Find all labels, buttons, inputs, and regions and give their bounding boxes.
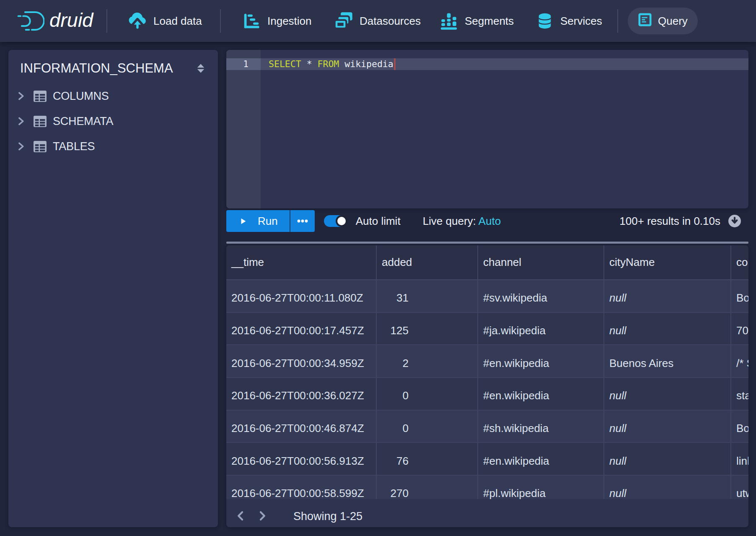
cell-channel: #sh.wikipedia	[478, 411, 604, 442]
nav-item-label: Datasources	[360, 15, 421, 28]
run-button[interactable]: Run	[226, 210, 290, 232]
pagination-bar: Showing 1-25	[226, 499, 748, 527]
cell-time: 2016-06-27T00:00:56.913Z	[226, 443, 377, 475]
auto-limit-toggle[interactable]	[324, 215, 347, 227]
nav-item-query[interactable]: Query	[628, 8, 698, 34]
cell-added: 76	[377, 443, 478, 475]
cloud-upload-icon	[128, 11, 147, 31]
results-header-row: __time added channel cityName comment	[226, 245, 748, 280]
cell-channel: #en.wikipedia	[478, 378, 604, 410]
next-page-button[interactable]	[253, 503, 272, 528]
cell-added: 0	[377, 411, 478, 442]
live-query-value[interactable]: Auto	[479, 215, 501, 227]
run-bar: Run Auto limit Live query: Auto 100+ res…	[226, 210, 748, 232]
tree-item-schemata[interactable]: SCHEMATA	[8, 109, 218, 134]
pagination-info: Showing 1-25	[293, 510, 362, 523]
cell-channel: #en.wikipedia	[478, 345, 604, 377]
run-split-button: Run	[226, 210, 315, 232]
table-row[interactable]: 2016-06-27T00:00:17.457Z 125 #ja.wikiped…	[226, 313, 748, 346]
nav-divider	[220, 9, 221, 33]
cell-cityname: null	[604, 280, 731, 312]
tree-item-label: TABLES	[53, 140, 95, 153]
tree-item-label: SCHEMATA	[53, 115, 113, 128]
gantt-chart-icon	[242, 11, 261, 31]
live-query-label: Live query: Auto	[423, 215, 501, 228]
cell-cityname: null	[604, 443, 731, 475]
schema-selector[interactable]: INFORMATION_SCHEMA	[20, 61, 207, 76]
druid-logo-icon	[17, 11, 44, 31]
chevron-right-icon	[16, 141, 26, 151]
cell-channel: #ja.wikipedia	[478, 313, 604, 345]
cell-comment: Botskapande Indonesien omdirigering	[731, 280, 748, 312]
download-icon[interactable]	[728, 214, 741, 228]
table-icon	[33, 90, 47, 102]
nav-item-ingestion[interactable]: Ingestion	[230, 0, 324, 42]
sql-keyword: SELECT	[269, 59, 301, 69]
tree-item-tables[interactable]: TABLES	[8, 134, 218, 159]
cell-comment: linkfix using AWB	[731, 443, 748, 475]
column-header-cityname[interactable]: cityName	[604, 245, 731, 279]
table-row[interactable]: 2016-06-27T00:00:46.874Z 0 #sh.wikipedia…	[226, 411, 748, 443]
column-header-comment[interactable]: comment	[731, 245, 748, 279]
chevron-right-icon	[16, 116, 26, 126]
sql-text[interactable]: SELECT * FROM wikipedia	[269, 58, 396, 70]
panel-resize-handle[interactable]	[226, 242, 748, 244]
brand-text: druid	[49, 8, 93, 31]
results-info: 100+ results in 0.10s	[619, 215, 720, 228]
application-icon	[638, 13, 652, 30]
cell-channel: #en.wikipedia	[478, 443, 604, 475]
nav-item-label: Ingestion	[267, 15, 312, 28]
cell-time: 2016-06-27T00:00:11.080Z	[226, 280, 377, 312]
editor-cursor	[394, 58, 396, 70]
database-icon	[536, 12, 554, 30]
navbar: druid Load data Ingestion	[0, 0, 756, 42]
cell-cityname: null	[604, 411, 731, 442]
chevron-right-icon	[16, 91, 26, 101]
cell-channel: #sv.wikipedia	[478, 280, 604, 312]
cell-comment: 703系電車の編集	[731, 313, 748, 345]
column-header-added[interactable]: added	[377, 245, 478, 279]
table-row[interactable]: 2016-06-27T00:00:34.959Z 2 #en.wikipedia…	[226, 345, 748, 378]
run-bar-right: 100+ results in 0.10s	[619, 214, 748, 228]
nav-item-label: Load data	[153, 15, 202, 28]
druid-brand[interactable]: druid	[17, 0, 93, 42]
table-row[interactable]: 2016-06-27T00:00:36.027Z 0 #en.wikipedia…	[226, 378, 748, 411]
editor-gutter	[226, 50, 261, 208]
nav-item-label: Segments	[465, 15, 514, 28]
cell-cityname: null	[604, 378, 731, 410]
table-row[interactable]: 2016-06-27T00:00:11.080Z 31 #sv.wikipedi…	[226, 280, 748, 313]
play-icon	[241, 218, 246, 224]
schema-sidebar: INFORMATION_SCHEMA	[8, 50, 218, 527]
schema-name: INFORMATION_SCHEMA	[20, 61, 173, 76]
cell-added: 125	[377, 313, 478, 345]
query-editor[interactable]: 1 SELECT * FROM wikipedia	[226, 50, 748, 208]
nav-divider	[106, 9, 107, 33]
table-row[interactable]: 2016-06-27T00:00:56.913Z 76 #en.wikipedi…	[226, 443, 748, 476]
cell-time: 2016-06-27T00:00:46.874Z	[226, 411, 377, 442]
prev-page-button[interactable]	[231, 503, 250, 528]
column-header-channel[interactable]: channel	[478, 245, 604, 279]
stacked-chart-icon	[439, 11, 458, 31]
auto-limit-label: Auto limit	[356, 215, 401, 228]
tree-item-label: COLUMNS	[53, 90, 109, 103]
sql-star: *	[307, 59, 312, 69]
nav-item-services[interactable]: Services	[524, 0, 614, 42]
nav-item-datasources[interactable]: Datasources	[322, 0, 432, 42]
column-header-time[interactable]: __time	[226, 245, 377, 279]
double-caret-vertical-icon	[194, 62, 207, 75]
nav-item-segments[interactable]: Segments	[427, 0, 526, 42]
table-icon	[33, 141, 47, 153]
cell-comment: /* Status of peremptory norms under inte…	[731, 345, 748, 377]
nav-item-load-data[interactable]: Load data	[116, 0, 214, 42]
results-body: 2016-06-27T00:00:11.080Z 31 #sv.wikipedi…	[226, 280, 748, 508]
nav-item-label: Query	[658, 15, 688, 28]
run-more-button[interactable]	[290, 210, 315, 232]
nav-divider	[617, 9, 618, 33]
tree-item-columns[interactable]: COLUMNS	[8, 83, 218, 109]
nav-item-label: Services	[560, 15, 602, 28]
chevron-right-icon	[257, 510, 268, 521]
sql-keyword: FROM	[318, 59, 339, 69]
cell-added: 31	[377, 280, 478, 312]
chevron-left-icon	[235, 510, 246, 521]
more-dots-icon	[297, 219, 308, 223]
